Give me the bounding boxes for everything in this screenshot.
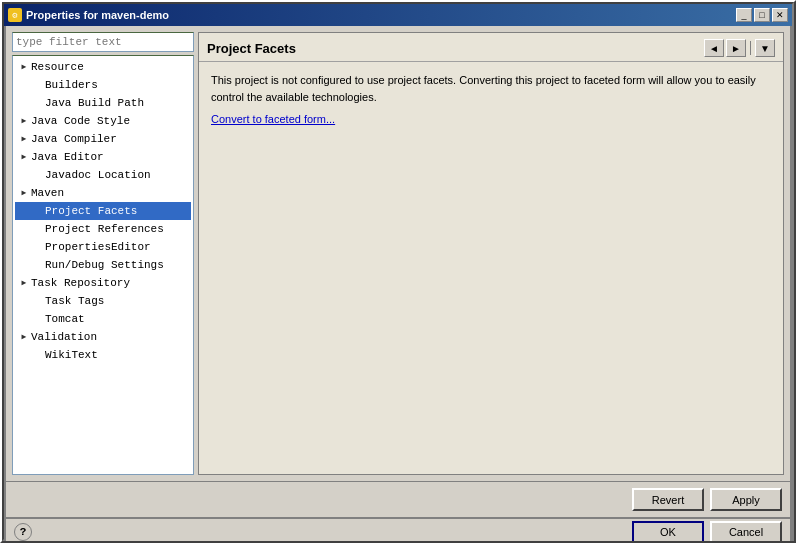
tree-item-tomcat[interactable]: Tomcat	[15, 310, 191, 328]
forward-button[interactable]: ►	[726, 39, 746, 57]
tree-label-resource: Resource	[31, 59, 84, 75]
expander-project-facets	[31, 204, 45, 218]
title-bar: ⚙ Properties for maven-demo _ □ ✕	[4, 4, 792, 26]
tree-item-task-tags[interactable]: Task Tags	[15, 292, 191, 310]
tree-label-task-repository: Task Repository	[31, 275, 130, 291]
inner-window: ⚙ Properties for maven-demo _ □ ✕ ▶Resou…	[2, 2, 794, 541]
tree-item-wikitext[interactable]: WikiText	[15, 346, 191, 364]
right-panel: Project Facets ◄ ► ▼ This project is not…	[198, 32, 784, 475]
tree-item-properties-editor[interactable]: PropertiesEditor	[15, 238, 191, 256]
tree-label-java-build-path: Java Build Path	[45, 95, 144, 111]
expander-java-code-style[interactable]: ▶	[17, 114, 31, 128]
toolbar-right: ◄ ► ▼	[704, 39, 775, 57]
right-content: This project is not configured to use pr…	[199, 62, 783, 474]
tree-label-project-references: Project References	[45, 221, 164, 237]
back-button[interactable]: ◄	[704, 39, 724, 57]
tree-item-project-facets[interactable]: Project Facets	[15, 202, 191, 220]
expander-tomcat	[31, 312, 45, 326]
tree-label-wikitext: WikiText	[45, 347, 98, 363]
tree-label-maven: Maven	[31, 185, 64, 201]
app-icon: ⚙	[8, 8, 22, 22]
help-button[interactable]: ?	[14, 523, 32, 541]
expander-properties-editor	[31, 240, 45, 254]
bottom-bar: Revert Apply	[6, 481, 790, 517]
right-header: Project Facets ◄ ► ▼	[199, 33, 783, 62]
tree-item-java-editor[interactable]: ▶Java Editor	[15, 148, 191, 166]
tree-label-validation: Validation	[31, 329, 97, 345]
expander-javadoc-location	[31, 168, 45, 182]
tree-item-java-compiler[interactable]: ▶Java Compiler	[15, 130, 191, 148]
expander-run-debug-settings	[31, 258, 45, 272]
window-body: ▶ResourceBuildersJava Build Path▶Java Co…	[4, 26, 792, 543]
description-text: This project is not configured to use pr…	[211, 72, 771, 105]
title-bar-left: ⚙ Properties for maven-demo	[8, 8, 169, 22]
title-buttons: _ □ ✕	[736, 8, 788, 22]
tree-label-java-code-style: Java Code Style	[31, 113, 130, 129]
tree-label-project-facets: Project Facets	[45, 203, 137, 219]
filter-input[interactable]	[12, 32, 194, 52]
tree-label-java-compiler: Java Compiler	[31, 131, 117, 147]
tree-item-javadoc-location[interactable]: Javadoc Location	[15, 166, 191, 184]
tree-label-run-debug-settings: Run/Debug Settings	[45, 257, 164, 273]
panel-title: Project Facets	[207, 41, 296, 56]
minimize-button[interactable]: _	[736, 8, 752, 22]
tree-item-builders[interactable]: Builders	[15, 76, 191, 94]
maximize-button[interactable]: □	[754, 8, 770, 22]
tree-label-task-tags: Task Tags	[45, 293, 104, 309]
expander-task-tags	[31, 294, 45, 308]
left-panel: ▶ResourceBuildersJava Build Path▶Java Co…	[12, 32, 194, 475]
tree-item-run-debug-settings[interactable]: Run/Debug Settings	[15, 256, 191, 274]
tree-item-project-references[interactable]: Project References	[15, 220, 191, 238]
tree-label-javadoc-location: Javadoc Location	[45, 167, 151, 183]
revert-button[interactable]: Revert	[632, 488, 704, 511]
toolbar-separator	[750, 41, 751, 55]
outer-window: ⚙ Properties for maven-demo _ □ ✕ ▶Resou…	[0, 0, 796, 543]
status-bar: ? OK Cancel	[6, 517, 790, 543]
footer-buttons: OK Cancel	[632, 521, 782, 544]
apply-button[interactable]: Apply	[710, 488, 782, 511]
tree-item-validation[interactable]: ▶Validation	[15, 328, 191, 346]
menu-button[interactable]: ▼	[755, 39, 775, 57]
tree-label-tomcat: Tomcat	[45, 311, 85, 327]
tree-item-java-build-path[interactable]: Java Build Path	[15, 94, 191, 112]
content-area: ▶ResourceBuildersJava Build Path▶Java Co…	[6, 26, 790, 481]
expander-validation[interactable]: ▶	[17, 330, 31, 344]
tree-item-java-code-style[interactable]: ▶Java Code Style	[15, 112, 191, 130]
tree-panel[interactable]: ▶ResourceBuildersJava Build Path▶Java Co…	[12, 55, 194, 475]
tree-label-builders: Builders	[45, 77, 98, 93]
tree-label-properties-editor: PropertiesEditor	[45, 239, 151, 255]
expander-wikitext	[31, 348, 45, 362]
expander-project-references	[31, 222, 45, 236]
window-title: Properties for maven-demo	[26, 9, 169, 21]
convert-link[interactable]: Convert to faceted form...	[211, 113, 335, 125]
expander-java-compiler[interactable]: ▶	[17, 132, 31, 146]
cancel-button[interactable]: Cancel	[710, 521, 782, 544]
tree-label-java-editor: Java Editor	[31, 149, 104, 165]
expander-task-repository[interactable]: ▶	[17, 276, 31, 290]
expander-maven[interactable]: ▶	[17, 186, 31, 200]
close-button[interactable]: ✕	[772, 8, 788, 22]
tree-item-maven[interactable]: ▶Maven	[15, 184, 191, 202]
tree-item-resource[interactable]: ▶Resource	[15, 58, 191, 76]
expander-resource[interactable]: ▶	[17, 60, 31, 74]
expander-java-editor[interactable]: ▶	[17, 150, 31, 164]
expander-builders	[31, 78, 45, 92]
expander-java-build-path	[31, 96, 45, 110]
tree-item-task-repository[interactable]: ▶Task Repository	[15, 274, 191, 292]
ok-button[interactable]: OK	[632, 521, 704, 544]
